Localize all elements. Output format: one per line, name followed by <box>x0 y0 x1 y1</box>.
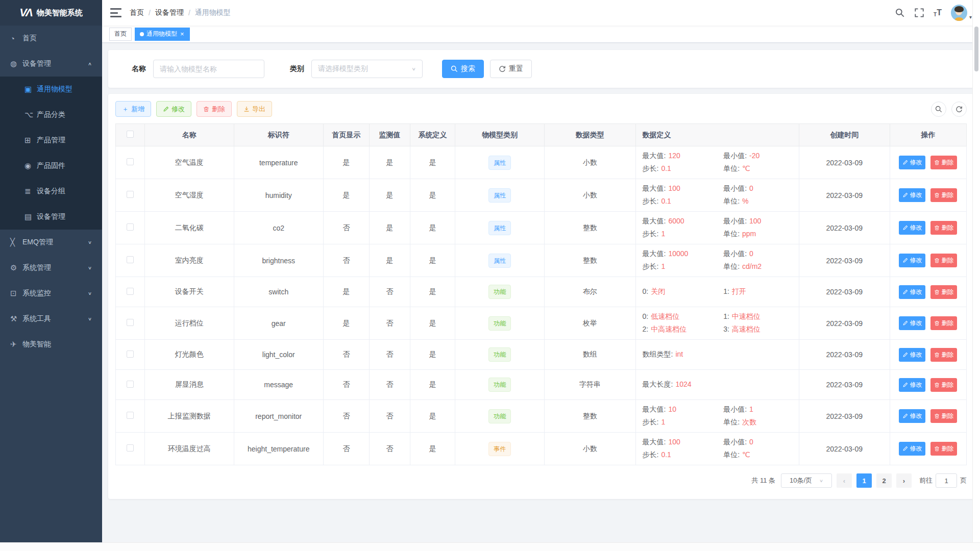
row-checkbox[interactable] <box>127 381 134 388</box>
sidebar-item-product-management[interactable]: ⊞ 产品管理 <box>0 128 102 153</box>
cell-monitor-value: 是 <box>369 146 410 179</box>
horizontal-scrollbar[interactable] <box>0 542 980 551</box>
trash-icon <box>934 225 940 231</box>
breadcrumb-item[interactable]: 设备管理 <box>155 8 184 17</box>
sidebar-item-system-tools[interactable]: ⚒ 系统工具∨ <box>0 306 102 332</box>
vertical-scrollbar[interactable] <box>972 0 980 542</box>
emq-icon: ╳ <box>10 238 22 247</box>
reset-button[interactable]: 重置 <box>490 60 532 78</box>
row-edit-button[interactable]: 修改 <box>899 254 925 267</box>
tag-tab[interactable]: 首页 <box>109 28 132 41</box>
page-number-button[interactable]: 2 <box>876 473 892 488</box>
sidebar-item-system-management[interactable]: ⚙ 系统管理∨ <box>0 255 102 281</box>
cell-data-type: 整数 <box>545 400 635 433</box>
row-delete-button[interactable]: 删除 <box>930 378 957 392</box>
row-checkbox[interactable] <box>127 256 134 263</box>
cell-data-type: 数组 <box>545 340 635 370</box>
sidebar-item-device-management[interactable]: ◍ 设备管理∧ <box>0 51 102 77</box>
breadcrumb-item[interactable]: 首页 <box>130 8 144 17</box>
system-tools-icon: ⚒ <box>10 314 22 323</box>
delete-button[interactable]: 删除 <box>197 101 232 117</box>
row-checkbox[interactable] <box>127 288 134 295</box>
sidebar-item-wumei[interactable]: ✈ 物美智能 <box>0 332 102 357</box>
breadcrumb-separator: / <box>188 9 190 17</box>
add-button[interactable]: ＋新增 <box>115 101 151 117</box>
row-delete-button[interactable]: 删除 <box>930 348 957 362</box>
pen-icon <box>902 320 908 326</box>
table-header-row: 名称标识符首页显示监测值系统定义物模型类别数据类型数据定义创建时间操作 <box>116 124 967 146</box>
sidebar-item-device-list[interactable]: ▤ 设备管理 <box>0 204 102 230</box>
row-delete-button[interactable]: 删除 <box>930 409 957 423</box>
data-def-item: 最小值:0 <box>723 184 792 193</box>
page-buttons: 12 <box>856 473 892 488</box>
sidebar-item-device-group[interactable]: ≣ 设备分组 <box>0 179 102 204</box>
row-delete-button[interactable]: 删除 <box>930 221 957 235</box>
tag-tab[interactable]: 通用物模型 × <box>135 28 190 41</box>
avatar[interactable] <box>951 5 967 21</box>
refresh-button[interactable] <box>951 102 967 117</box>
navbar-right: TT ▾ <box>895 5 972 21</box>
row-edit-button[interactable]: 修改 <box>899 442 925 456</box>
font-size-icon[interactable]: TT <box>934 8 942 17</box>
sidebar-item-dashboard[interactable]: ◔ 首页 <box>0 26 102 51</box>
row-checkbox[interactable] <box>127 191 134 198</box>
row-checkbox[interactable] <box>127 223 134 231</box>
row-edit-button[interactable]: 修改 <box>899 188 925 202</box>
sidebar-item-product-category[interactable]: ⌥ 产品分类 <box>0 102 102 128</box>
goto-page-input[interactable] <box>936 473 957 488</box>
row-edit-button[interactable]: 修改 <box>899 316 925 330</box>
scrollbar-thumb[interactable] <box>974 27 978 71</box>
hamburger-icon[interactable] <box>110 8 121 17</box>
search-button[interactable]: 搜索 <box>442 60 484 78</box>
row-checkbox[interactable] <box>127 319 134 326</box>
search-icon[interactable] <box>895 8 905 18</box>
data-def-item: 最大值:120 <box>643 152 724 161</box>
sidebar: VΛ 物美智能系统 ◔ 首页 ◍ 设备管理∧ ▣ 通用物模型 ⌥ 产品分类 ⊞ … <box>0 0 102 542</box>
name-filter-label: 名称 <box>132 64 146 73</box>
page-size-select[interactable]: 10条/页 ∨ <box>781 473 832 488</box>
row-edit-button[interactable]: 修改 <box>899 348 925 362</box>
row-delete-button[interactable]: 删除 <box>930 285 957 299</box>
sidebar-item-product-firmware[interactable]: ◉ 产品固件 <box>0 153 102 179</box>
goto-label: 前往 <box>919 476 933 485</box>
sidebar-item-thing-model[interactable]: ▣ 通用物模型 <box>0 77 102 102</box>
category-filter-select[interactable]: 请选择模型类别 ∨ <box>311 60 423 78</box>
row-edit-button[interactable]: 修改 <box>899 285 925 299</box>
user-menu[interactable]: ▾ <box>951 5 972 21</box>
cell-created-time: 2022-03-09 <box>799 433 890 465</box>
row-checkbox[interactable] <box>127 158 134 165</box>
sidebar-item-system-monitor[interactable]: ⊡ 系统监控∨ <box>0 281 102 306</box>
export-button[interactable]: 导出 <box>237 101 272 117</box>
row-delete-button[interactable]: 删除 <box>930 254 957 267</box>
data-def-item: 步长:0.1 <box>643 450 724 460</box>
cell-name: 运行档位 <box>144 307 234 340</box>
active-dot <box>140 32 144 36</box>
page-number-button[interactable]: 1 <box>856 473 872 488</box>
row-edit-button[interactable]: 修改 <box>899 156 925 169</box>
filter-name-group: 名称 <box>132 60 264 78</box>
breadcrumb: 首页/设备管理/通用物模型 <box>130 8 231 17</box>
toggle-search-button[interactable] <box>931 102 946 117</box>
data-def-item: 最大值:100 <box>643 438 724 447</box>
edit-button[interactable]: 修改 <box>156 101 191 117</box>
row-checkbox[interactable] <box>127 412 134 419</box>
row-checkbox[interactable] <box>127 444 134 452</box>
sidebar-item-emq[interactable]: ╳ EMQ管理∨ <box>0 230 102 255</box>
row-delete-button[interactable]: 删除 <box>930 156 957 169</box>
row-edit-button[interactable]: 修改 <box>899 221 925 235</box>
close-icon[interactable]: × <box>180 31 185 37</box>
name-filter-input[interactable] <box>153 60 264 78</box>
prev-page-button[interactable]: ‹ <box>837 473 852 488</box>
row-checkbox[interactable] <box>127 350 134 358</box>
row-edit-button[interactable]: 修改 <box>899 378 925 392</box>
cell-data-definition: 最大值:10最小值:1步长:1单位:次数 <box>635 400 799 433</box>
fullscreen-icon[interactable] <box>914 8 924 18</box>
next-page-button[interactable]: › <box>896 473 912 488</box>
cell-home-display: 否 <box>323 370 369 400</box>
row-delete-button[interactable]: 删除 <box>930 442 957 456</box>
select-all-checkbox[interactable] <box>127 131 134 138</box>
row-edit-button[interactable]: 修改 <box>899 409 925 423</box>
row-delete-button[interactable]: 删除 <box>930 316 957 330</box>
cell-monitor-value: 是 <box>369 212 410 244</box>
row-delete-button[interactable]: 删除 <box>930 188 957 202</box>
